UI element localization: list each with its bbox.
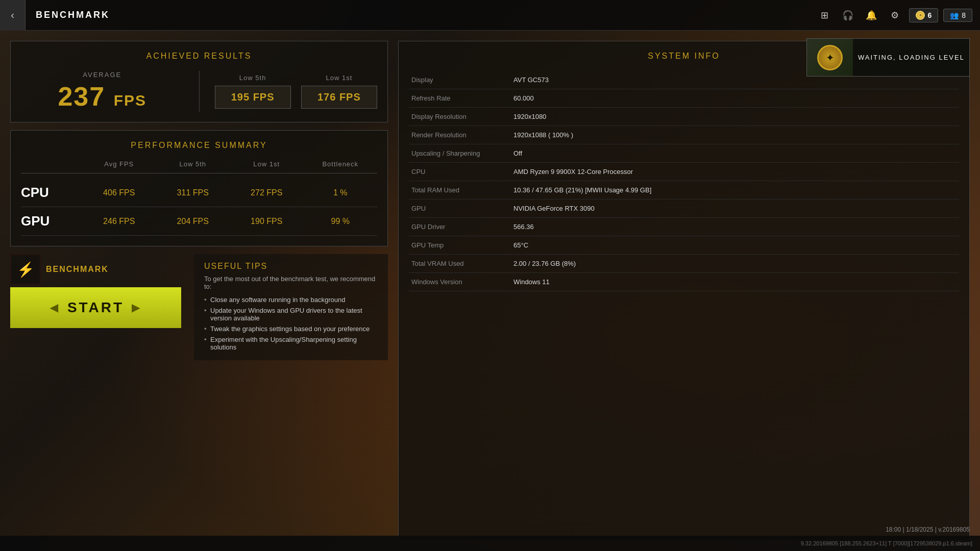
- results-card: ACHIEVED RESULTS AVERAGE 237 FPS Low 5th…: [10, 41, 388, 122]
- perf-col-low1st: Low 1st: [230, 160, 304, 168]
- sysinfo-row-gpudriver: GPU Driver 566.36: [409, 218, 959, 236]
- bottom-section: ⚡ BENCHMARK ◀ START ▶ USEFUL TIPS To get…: [10, 254, 388, 360]
- sysinfo-row-gpu: GPU NVIDIA GeForce RTX 3090: [409, 199, 959, 218]
- average-section: AVERAGE 237 FPS: [21, 71, 200, 112]
- average-unit: FPS: [114, 92, 146, 109]
- sysinfo-row-cpu: CPU AMD Ryzen 9 9900X 12-Core Processor: [409, 163, 959, 181]
- sysinfo-row-gputemp: GPU Temp 65°C: [409, 236, 959, 255]
- sysinfo-key-vram: Total VRAM Used: [411, 260, 513, 267]
- performance-card-title: PERFORMANCE SUMMARY: [21, 141, 377, 150]
- results-grid: AVERAGE 237 FPS Low 5th 195 FPS Low 1st …: [21, 71, 377, 112]
- sysinfo-key-gpudriver: GPU Driver: [411, 223, 513, 231]
- sysinfo-row-upscaling: Upscaling / Sharpening Off: [409, 144, 959, 163]
- sysinfo-key-gpu: GPU: [411, 205, 513, 212]
- back-icon: ‹: [11, 9, 14, 21]
- loading-thumbnail: ✦: [807, 38, 853, 77]
- start-label: START: [67, 299, 124, 316]
- start-arrow-left: ◀: [50, 302, 60, 314]
- sysinfo-key-winver: Windows Version: [411, 278, 513, 286]
- sysinfo-val-upscaling: Off: [513, 149, 957, 157]
- low1st-stat: Low 1st 176 FPS: [301, 74, 377, 109]
- sysinfo-val-vram: 2.00 / 23.76 GB (8%): [513, 260, 957, 267]
- benchmark-label-row: ⚡ BENCHMARK: [10, 254, 109, 285]
- low5th-value: 195 FPS: [215, 86, 291, 109]
- gpu-low1st: 190 FPS: [230, 217, 304, 226]
- cpu-avg-fps: 406 FPS: [82, 188, 156, 197]
- gpu-label: GPU: [21, 213, 82, 229]
- right-panel: SYSTEM INFO Display AVT GC573 Refresh Ra…: [398, 41, 970, 541]
- coin-icon: ●: [916, 11, 925, 20]
- grid-icon[interactable]: ⊞: [815, 6, 834, 24]
- topbar-right: ⊞ 🎧 🔔 ⚙ ● 6 👥 8: [815, 6, 980, 24]
- sysinfo-val-gputemp: 65°C: [513, 241, 957, 249]
- perf-row-cpu: CPU 406 FPS 311 FPS 272 FPS 1 %: [21, 179, 377, 207]
- loading-overlay: ✦ WAITING, LOADING LEVEL: [806, 38, 970, 77]
- sysinfo-val-dispres: 980x551: [513, 113, 957, 120]
- footer-text: 9.32.20169805 [188.255.2623+11] T [7000]…: [801, 540, 972, 546]
- settings-icon[interactable]: ⚙: [886, 6, 904, 24]
- gpu-avg-fps: 246 FPS: [82, 217, 156, 226]
- low5th-label: Low 5th: [215, 74, 291, 82]
- bell-icon[interactable]: 🔔: [862, 6, 880, 24]
- sysinfo-val-winver: Windows 11: [513, 278, 957, 286]
- tips-list: Close any software running in the backgr…: [204, 294, 378, 353]
- low1st-value: 176 FPS: [301, 86, 377, 109]
- results-card-title: ACHIEVED RESULTS: [21, 52, 377, 61]
- gpu-bottleneck: 99 %: [304, 217, 378, 226]
- sysinfo-row-dispres: Display Resolution 980x551: [409, 108, 959, 126]
- average-value: 237 FPS: [21, 81, 184, 112]
- low1st-label: Low 1st: [301, 74, 377, 82]
- loading-emblem: ✦: [817, 45, 843, 70]
- sysinfo-val-gpu: NVIDIA GeForce RTX 3090: [513, 205, 957, 212]
- perf-col-empty: [21, 160, 82, 168]
- headset-icon[interactable]: 🎧: [839, 6, 857, 24]
- tips-intro: To get the most out of the benchmark tes…: [204, 275, 378, 290]
- sysinfo-row-winver: Windows Version Windows 11: [409, 273, 959, 291]
- sysinfo-row-ram: Total RAM Used 10.36 / 47.65 GB (21%) [M…: [409, 181, 959, 199]
- average-number: 237: [58, 82, 105, 111]
- tip-item-1: Close any software running in the backgr…: [204, 294, 378, 305]
- tip-item-2: Update your Windows and GPU drivers to t…: [204, 305, 378, 323]
- performance-table: Avg FPS Low 5th Low 1st Bottleneck CPU 4…: [21, 160, 377, 236]
- sysinfo-key-display: Display: [411, 76, 513, 84]
- perf-col-bottleneck: Bottleneck: [304, 160, 378, 168]
- cpu-low1st: 272 FPS: [230, 188, 304, 197]
- sysinfo-key-gputemp: GPU Temp: [411, 241, 513, 249]
- back-button[interactable]: ‹: [0, 0, 26, 31]
- benchmark-launcher: ⚡ BENCHMARK ◀ START ▶: [10, 254, 184, 328]
- sysinfo-key-refresh: Refresh Rate: [411, 94, 513, 102]
- benchmark-icon-symbol: ⚡: [17, 261, 35, 278]
- start-button[interactable]: ◀ START ▶: [10, 287, 181, 328]
- perf-col-avgfps: Avg FPS: [82, 160, 156, 168]
- low5th-stat: Low 5th 195 FPS: [215, 74, 291, 109]
- tips-title: USEFUL TIPS: [204, 262, 378, 271]
- start-arrow-right: ▶: [132, 302, 141, 314]
- benchmark-label: BENCHMARK: [46, 265, 109, 274]
- sysinfo-val-refresh: 60.000: [513, 94, 957, 102]
- sysinfo-val-ram: 10.36 / 47.65 GB (21%) [MWII Usage 4.99 …: [513, 186, 957, 194]
- sysinfo-key-ram: Total RAM Used: [411, 186, 513, 194]
- cpu-label: CPU: [21, 185, 82, 201]
- tips-panel: USEFUL TIPS To get the most out of the b…: [194, 254, 388, 360]
- loading-text: WAITING, LOADING LEVEL: [858, 54, 965, 61]
- sysinfo-key-rendres: Render Resolution: [411, 131, 513, 139]
- tip-item-4: Experiment with the Upscaling/Sharpening…: [204, 334, 378, 353]
- topbar: ‹ BENCHMARK ⊞ 🎧 🔔 ⚙ ● 6 👥 8: [0, 0, 980, 31]
- left-panel: ACHIEVED RESULTS AVERAGE 237 FPS Low 5th…: [10, 41, 388, 541]
- sysinfo-val-cpu: AMD Ryzen 9 9900X 12-Core Processor: [513, 168, 957, 176]
- friends-badge[interactable]: 👥 8: [943, 9, 972, 22]
- tip-item-3: Tweak the graphics settings based on you…: [204, 323, 378, 334]
- sysinfo-row-vram: Total VRAM Used 2.00 / 23.76 GB (8%): [409, 255, 959, 273]
- gpu-low5th: 204 FPS: [156, 217, 230, 226]
- sysinfo-val-gpudriver: 566.36: [513, 223, 957, 231]
- sysinfo-val-rendres: 1920x1088 ( 100% ): [513, 131, 957, 139]
- page-title: BENCHMARK: [36, 10, 110, 20]
- friends-count: 8: [962, 11, 966, 19]
- footer: 9.32.20169805 [188.255.2623+11] T [7000]…: [0, 536, 980, 551]
- timestamp: 18:00 | 1/18/2025 | v.20169805: [886, 526, 970, 533]
- sysinfo-row-rendres: Render Resolution 1920x1088 ( 100% ): [409, 126, 959, 144]
- perf-row-gpu: GPU 246 FPS 204 FPS 190 FPS 99 %: [21, 207, 377, 236]
- sysinfo-card: SYSTEM INFO Display AVT GC573 Refresh Ra…: [398, 41, 970, 541]
- sysinfo-key-upscaling: Upscaling / Sharpening: [411, 149, 513, 157]
- currency-badge[interactable]: ● 6: [909, 8, 938, 22]
